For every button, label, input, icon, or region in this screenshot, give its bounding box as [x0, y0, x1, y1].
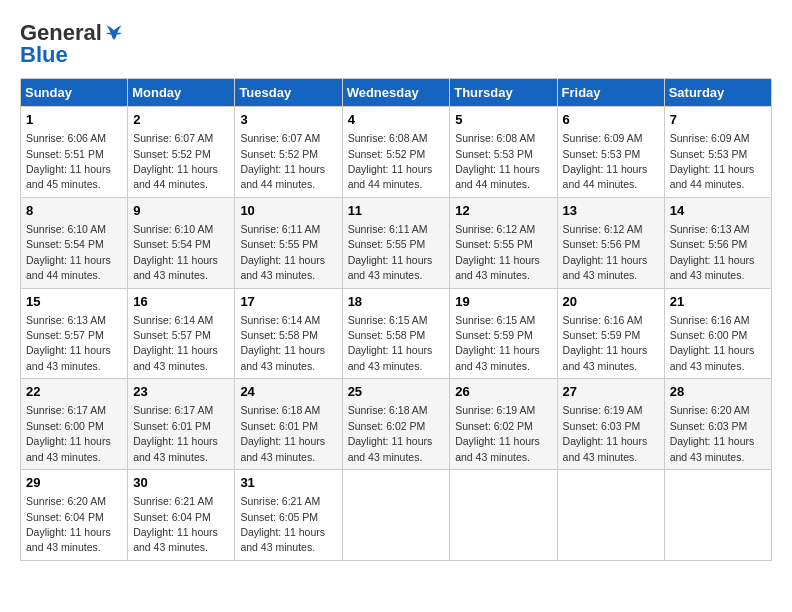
logo-bird-icon: [104, 23, 124, 43]
calendar-week-3: 15Sunrise: 6:13 AM Sunset: 5:57 PM Dayli…: [21, 288, 772, 379]
calendar-cell: 25Sunrise: 6:18 AM Sunset: 6:02 PM Dayli…: [342, 379, 450, 470]
day-number: 12: [455, 202, 551, 220]
day-info: Sunrise: 6:08 AM Sunset: 5:53 PM Dayligh…: [455, 132, 540, 190]
calendar-cell: 10Sunrise: 6:11 AM Sunset: 5:55 PM Dayli…: [235, 197, 342, 288]
day-number: 8: [26, 202, 122, 220]
day-number: 5: [455, 111, 551, 129]
day-info: Sunrise: 6:08 AM Sunset: 5:52 PM Dayligh…: [348, 132, 433, 190]
day-number: 26: [455, 383, 551, 401]
day-number: 6: [563, 111, 659, 129]
calendar-cell: 22Sunrise: 6:17 AM Sunset: 6:00 PM Dayli…: [21, 379, 128, 470]
day-number: 25: [348, 383, 445, 401]
calendar-header-monday: Monday: [128, 79, 235, 107]
calendar-week-5: 29Sunrise: 6:20 AM Sunset: 6:04 PM Dayli…: [21, 470, 772, 561]
calendar-cell: 1Sunrise: 6:06 AM Sunset: 5:51 PM Daylig…: [21, 107, 128, 198]
calendar-cell: 5Sunrise: 6:08 AM Sunset: 5:53 PM Daylig…: [450, 107, 557, 198]
calendar-cell: 29Sunrise: 6:20 AM Sunset: 6:04 PM Dayli…: [21, 470, 128, 561]
day-number: 22: [26, 383, 122, 401]
calendar-header-tuesday: Tuesday: [235, 79, 342, 107]
day-number: 27: [563, 383, 659, 401]
calendar-header-friday: Friday: [557, 79, 664, 107]
day-info: Sunrise: 6:16 AM Sunset: 5:59 PM Dayligh…: [563, 314, 648, 372]
day-number: 9: [133, 202, 229, 220]
logo-blue-text: Blue: [20, 42, 68, 68]
day-number: 20: [563, 293, 659, 311]
calendar-header-row: SundayMondayTuesdayWednesdayThursdayFrid…: [21, 79, 772, 107]
day-number: 11: [348, 202, 445, 220]
day-info: Sunrise: 6:10 AM Sunset: 5:54 PM Dayligh…: [133, 223, 218, 281]
calendar-cell: [342, 470, 450, 561]
calendar-cell: 18Sunrise: 6:15 AM Sunset: 5:58 PM Dayli…: [342, 288, 450, 379]
day-number: 2: [133, 111, 229, 129]
day-number: 7: [670, 111, 766, 129]
day-info: Sunrise: 6:18 AM Sunset: 6:01 PM Dayligh…: [240, 404, 325, 462]
calendar-cell: [450, 470, 557, 561]
calendar-cell: 27Sunrise: 6:19 AM Sunset: 6:03 PM Dayli…: [557, 379, 664, 470]
day-info: Sunrise: 6:20 AM Sunset: 6:03 PM Dayligh…: [670, 404, 755, 462]
day-number: 17: [240, 293, 336, 311]
day-number: 19: [455, 293, 551, 311]
day-info: Sunrise: 6:10 AM Sunset: 5:54 PM Dayligh…: [26, 223, 111, 281]
calendar-cell: 7Sunrise: 6:09 AM Sunset: 5:53 PM Daylig…: [664, 107, 771, 198]
calendar-cell: 19Sunrise: 6:15 AM Sunset: 5:59 PM Dayli…: [450, 288, 557, 379]
calendar-cell: 20Sunrise: 6:16 AM Sunset: 5:59 PM Dayli…: [557, 288, 664, 379]
calendar-cell: 2Sunrise: 6:07 AM Sunset: 5:52 PM Daylig…: [128, 107, 235, 198]
logo: General Blue: [20, 20, 124, 68]
calendar-cell: 31Sunrise: 6:21 AM Sunset: 6:05 PM Dayli…: [235, 470, 342, 561]
calendar-header-saturday: Saturday: [664, 79, 771, 107]
day-number: 31: [240, 474, 336, 492]
day-number: 18: [348, 293, 445, 311]
calendar-cell: 30Sunrise: 6:21 AM Sunset: 6:04 PM Dayli…: [128, 470, 235, 561]
calendar-cell: 9Sunrise: 6:10 AM Sunset: 5:54 PM Daylig…: [128, 197, 235, 288]
calendar-cell: 14Sunrise: 6:13 AM Sunset: 5:56 PM Dayli…: [664, 197, 771, 288]
day-info: Sunrise: 6:14 AM Sunset: 5:57 PM Dayligh…: [133, 314, 218, 372]
day-info: Sunrise: 6:19 AM Sunset: 6:03 PM Dayligh…: [563, 404, 648, 462]
day-info: Sunrise: 6:17 AM Sunset: 6:01 PM Dayligh…: [133, 404, 218, 462]
calendar-cell: 26Sunrise: 6:19 AM Sunset: 6:02 PM Dayli…: [450, 379, 557, 470]
calendar-cell: 28Sunrise: 6:20 AM Sunset: 6:03 PM Dayli…: [664, 379, 771, 470]
day-info: Sunrise: 6:19 AM Sunset: 6:02 PM Dayligh…: [455, 404, 540, 462]
calendar-cell: 12Sunrise: 6:12 AM Sunset: 5:55 PM Dayli…: [450, 197, 557, 288]
calendar-cell: 24Sunrise: 6:18 AM Sunset: 6:01 PM Dayli…: [235, 379, 342, 470]
day-number: 28: [670, 383, 766, 401]
calendar-cell: 13Sunrise: 6:12 AM Sunset: 5:56 PM Dayli…: [557, 197, 664, 288]
day-info: Sunrise: 6:15 AM Sunset: 5:58 PM Dayligh…: [348, 314, 433, 372]
day-info: Sunrise: 6:09 AM Sunset: 5:53 PM Dayligh…: [670, 132, 755, 190]
calendar-week-1: 1Sunrise: 6:06 AM Sunset: 5:51 PM Daylig…: [21, 107, 772, 198]
calendar-cell: 6Sunrise: 6:09 AM Sunset: 5:53 PM Daylig…: [557, 107, 664, 198]
calendar-cell: 3Sunrise: 6:07 AM Sunset: 5:52 PM Daylig…: [235, 107, 342, 198]
day-info: Sunrise: 6:07 AM Sunset: 5:52 PM Dayligh…: [240, 132, 325, 190]
day-number: 3: [240, 111, 336, 129]
day-info: Sunrise: 6:07 AM Sunset: 5:52 PM Dayligh…: [133, 132, 218, 190]
calendar-cell: [664, 470, 771, 561]
page-header: General Blue: [20, 20, 772, 68]
calendar-cell: [557, 470, 664, 561]
day-number: 15: [26, 293, 122, 311]
calendar-cell: 11Sunrise: 6:11 AM Sunset: 5:55 PM Dayli…: [342, 197, 450, 288]
day-number: 1: [26, 111, 122, 129]
day-info: Sunrise: 6:15 AM Sunset: 5:59 PM Dayligh…: [455, 314, 540, 372]
calendar-cell: 8Sunrise: 6:10 AM Sunset: 5:54 PM Daylig…: [21, 197, 128, 288]
day-number: 23: [133, 383, 229, 401]
day-number: 30: [133, 474, 229, 492]
calendar-week-2: 8Sunrise: 6:10 AM Sunset: 5:54 PM Daylig…: [21, 197, 772, 288]
day-number: 24: [240, 383, 336, 401]
day-info: Sunrise: 6:16 AM Sunset: 6:00 PM Dayligh…: [670, 314, 755, 372]
calendar-cell: 15Sunrise: 6:13 AM Sunset: 5:57 PM Dayli…: [21, 288, 128, 379]
calendar-table: SundayMondayTuesdayWednesdayThursdayFrid…: [20, 78, 772, 561]
day-info: Sunrise: 6:12 AM Sunset: 5:56 PM Dayligh…: [563, 223, 648, 281]
calendar-week-4: 22Sunrise: 6:17 AM Sunset: 6:00 PM Dayli…: [21, 379, 772, 470]
day-info: Sunrise: 6:21 AM Sunset: 6:05 PM Dayligh…: [240, 495, 325, 553]
day-number: 16: [133, 293, 229, 311]
day-number: 4: [348, 111, 445, 129]
day-info: Sunrise: 6:21 AM Sunset: 6:04 PM Dayligh…: [133, 495, 218, 553]
day-info: Sunrise: 6:17 AM Sunset: 6:00 PM Dayligh…: [26, 404, 111, 462]
calendar-cell: 17Sunrise: 6:14 AM Sunset: 5:58 PM Dayli…: [235, 288, 342, 379]
day-info: Sunrise: 6:12 AM Sunset: 5:55 PM Dayligh…: [455, 223, 540, 281]
day-info: Sunrise: 6:18 AM Sunset: 6:02 PM Dayligh…: [348, 404, 433, 462]
day-number: 14: [670, 202, 766, 220]
day-info: Sunrise: 6:09 AM Sunset: 5:53 PM Dayligh…: [563, 132, 648, 190]
day-info: Sunrise: 6:20 AM Sunset: 6:04 PM Dayligh…: [26, 495, 111, 553]
day-info: Sunrise: 6:06 AM Sunset: 5:51 PM Dayligh…: [26, 132, 111, 190]
calendar-cell: 16Sunrise: 6:14 AM Sunset: 5:57 PM Dayli…: [128, 288, 235, 379]
